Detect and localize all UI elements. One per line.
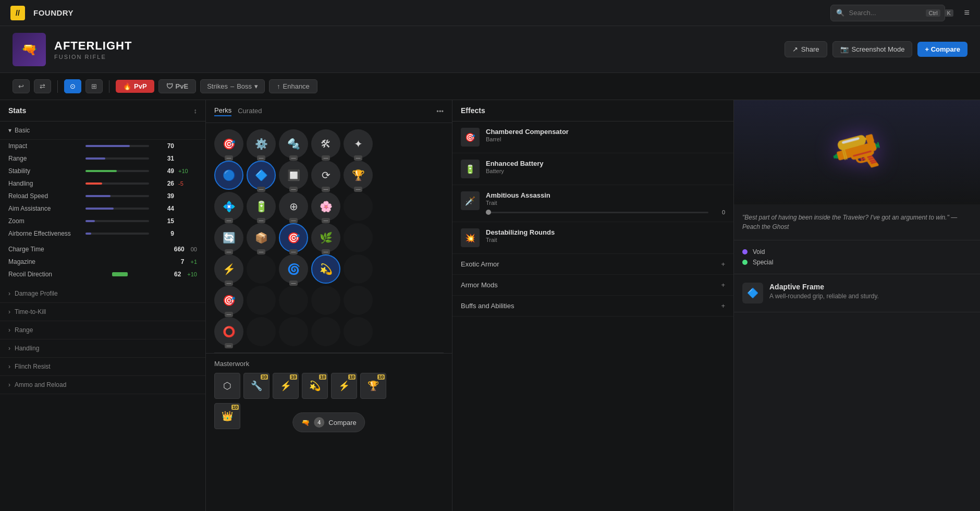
search-input[interactable] xyxy=(849,9,922,17)
undo-button[interactable]: ↩ xyxy=(13,79,30,93)
perk-row6-2 xyxy=(247,286,276,315)
perk-row7-4 xyxy=(311,317,340,346)
perk-row5-4-selected[interactable]: 💫 xyxy=(311,254,340,284)
compare-floating-button[interactable]: 🔫 4 Compare xyxy=(292,412,365,432)
effect-destabilizing-rounds[interactable]: 💥 Destabilizing Rounds Trait xyxy=(452,222,733,254)
perk-mag-selected[interactable]: 🔵 xyxy=(214,161,243,190)
stats-expand-icon[interactable]: ↕ xyxy=(194,107,198,115)
search-bar[interactable]: 🔍 Ctrl K xyxy=(830,5,945,21)
stat-bar-reload xyxy=(85,195,149,197)
stat-row-reload: Reload Speed 39 xyxy=(0,190,205,202)
perk-mag-2-selected[interactable]: 🔷— xyxy=(247,161,276,190)
strikes-label: Strikes xyxy=(207,82,228,90)
stat-bar-handling xyxy=(85,182,149,185)
perk-minus-7: — xyxy=(257,187,265,192)
screenshot-button[interactable]: 📷 Screenshot Mode xyxy=(832,41,913,57)
perk-row3-4[interactable]: 🌸— xyxy=(311,192,340,221)
view-multi-button[interactable]: ⊞ xyxy=(85,79,103,93)
stat-label-reload: Reload Speed xyxy=(8,192,81,200)
mw-cell-empty[interactable]: ⬡ xyxy=(214,373,240,399)
mw-cell-4[interactable]: ⚡ 10 xyxy=(331,373,357,399)
stat-value-handling: 26 xyxy=(153,180,174,187)
perk-barrel-2[interactable]: ⚙️— xyxy=(247,129,276,159)
effect-enhanced-battery[interactable]: 🔋 Enhanced Battery Battery xyxy=(452,153,733,185)
effect-ambitious-assassin[interactable]: 🗡️ Ambitious Assassin Trait 0 xyxy=(452,185,733,222)
damage-profile-header[interactable]: › Damage Profile xyxy=(0,285,205,302)
perk-minus-8: — xyxy=(289,187,298,192)
shuffle-button[interactable]: ⇄ xyxy=(34,79,51,93)
buffs-abilities-expandable[interactable]: Buffs and Abilities + xyxy=(452,296,733,317)
mw-cell-1[interactable]: 🔧 10 xyxy=(243,373,270,399)
ttk-header[interactable]: › Time-to-Kill xyxy=(0,303,205,321)
effect-type-trait1: Trait xyxy=(486,200,725,206)
view-single-button[interactable]: ⊙ xyxy=(64,79,81,93)
weapon-3d-render: 🔫 xyxy=(826,122,889,183)
stat-row-handling: Handling 26 -5 xyxy=(0,177,205,190)
mw-cell-3[interactable]: 💫 10 xyxy=(302,373,328,399)
detail-panel: 🔫 "Best part of having been inside the T… xyxy=(734,100,980,511)
void-label: Void xyxy=(753,248,765,256)
mw-cell-2[interactable]: ⚡ 10 xyxy=(273,373,299,399)
perk-barrel-1[interactable]: 🎯— xyxy=(214,129,243,159)
perk-trophy[interactable]: 🏆— xyxy=(344,161,373,190)
share-button[interactable]: ↗ Share xyxy=(785,41,827,57)
mw-icon-1: 🔧 xyxy=(251,380,262,392)
perk-row5-3[interactable]: 🌀— xyxy=(279,254,308,284)
range-header[interactable]: › Range xyxy=(0,321,205,339)
handling-chevron-icon: › xyxy=(8,345,10,352)
flinch-label: Flinch Resist xyxy=(15,363,51,370)
stat-bar-fill-stability xyxy=(85,170,117,172)
mw-cell-special[interactable]: 👑 10 xyxy=(214,403,240,429)
effect-info-trait1: Ambitious Assassin Trait 0 xyxy=(486,191,725,215)
stat-value-magazine: 7 xyxy=(163,258,184,265)
perk-mag-3[interactable]: 🔲— xyxy=(279,161,308,190)
stat-value-reload: 39 xyxy=(153,192,174,200)
screenshot-label: Screenshot Mode xyxy=(852,45,905,53)
effect-chambered-compensator[interactable]: 🎯 Chambered Compensator Barrel xyxy=(452,121,733,153)
pve-icon: 🛡 xyxy=(166,82,173,90)
perk-row3-3[interactable]: ⊕— xyxy=(279,192,308,221)
pvp-button[interactable]: 🔥 PvP xyxy=(116,80,154,93)
perk-row7-1[interactable]: ⭕— xyxy=(214,317,243,346)
compare-button[interactable]: + Compare xyxy=(917,42,967,57)
pve-button[interactable]: 🛡 PvE xyxy=(158,79,197,93)
mw-cell-5[interactable]: 🏆 10 xyxy=(360,373,386,399)
strikes-button[interactable]: Strikes – Boss ▾ xyxy=(200,79,265,93)
handling-header[interactable]: › Handling xyxy=(0,339,205,357)
armor-mods-expandable[interactable]: Armor Mods + xyxy=(452,275,733,296)
perk-row4-4[interactable]: 🌿— xyxy=(311,223,340,252)
pvp-icon: 🔥 xyxy=(123,82,131,90)
perk-row4-2[interactable]: 📦— xyxy=(247,223,276,252)
perk-mag-4[interactable]: ⟳— xyxy=(311,161,340,190)
frame-section: 🔷 Adaptive Frame A well-rounded grip, re… xyxy=(734,274,980,312)
ammo-header[interactable]: › Ammo and Reload xyxy=(0,376,205,394)
perk-row3-2[interactable]: 🔋— xyxy=(247,192,276,221)
slider-track-trait1[interactable] xyxy=(486,212,708,213)
perk-row6-1[interactable]: 🎯— xyxy=(214,286,243,315)
share-label: Share xyxy=(801,45,819,53)
stat-mod-recoil: +10 xyxy=(187,271,197,277)
perk-row4-3-selected[interactable]: 🎯— xyxy=(279,223,308,252)
stat-label-aim: Aim Assistance xyxy=(8,205,81,212)
perk-row4-1[interactable]: 🔄— xyxy=(214,223,243,252)
stat-bar-airborne xyxy=(85,233,149,235)
stat-label-handling: Handling xyxy=(8,180,81,187)
tab-perks[interactable]: Perks xyxy=(214,106,231,116)
exotic-armor-expandable[interactable]: Exotic Armor + xyxy=(452,254,733,275)
ammo-chevron-icon: › xyxy=(8,381,10,388)
handling-section: › Handling xyxy=(0,339,205,358)
perk-row5-1[interactable]: ⚡— xyxy=(214,254,243,284)
flinch-header[interactable]: › Flinch Resist xyxy=(0,358,205,375)
perks-more-icon[interactable]: ••• xyxy=(436,107,444,115)
perk-special-1[interactable]: ✦— xyxy=(344,129,373,159)
enhance-button[interactable]: ↑ Enhance xyxy=(269,79,317,93)
enhance-label: Enhance xyxy=(283,82,310,90)
perk-barrel-3[interactable]: 🔩— xyxy=(279,129,308,159)
damage-profile-label: Damage Profile xyxy=(15,290,58,297)
menu-icon[interactable]: ≡ xyxy=(964,7,970,18)
perk-barrel-4[interactable]: 🛠— xyxy=(311,129,340,159)
stat-value-stability: 49 xyxy=(153,167,174,175)
basic-section-header[interactable]: ▾ Basic xyxy=(0,121,205,140)
tab-curated[interactable]: Curated xyxy=(238,107,262,116)
perk-row3-1[interactable]: 💠— xyxy=(214,192,243,221)
